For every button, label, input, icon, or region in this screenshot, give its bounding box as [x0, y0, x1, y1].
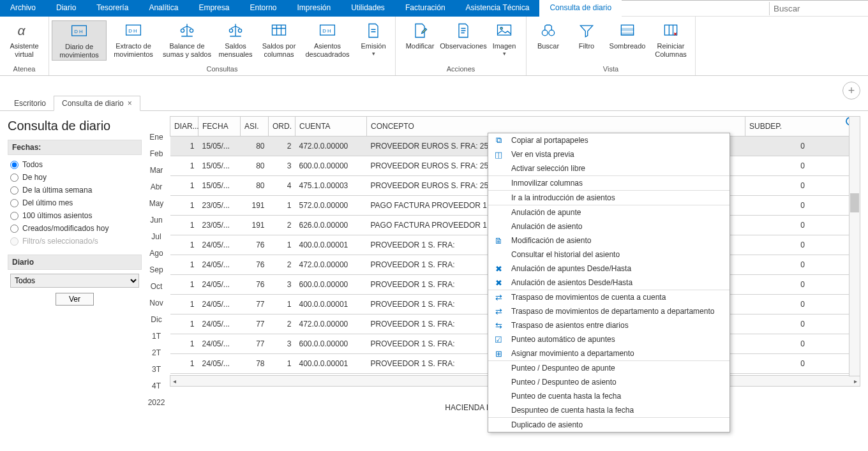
menu-tesorería[interactable]: Tesorería [86, 0, 138, 17]
note-icon [454, 22, 472, 40]
ribbon-reiniciar-columnas[interactable]: Reiniciar Columnas [649, 20, 692, 59]
alpha-icon: α [15, 22, 33, 40]
month-ene[interactable]: Ene [149, 133, 163, 142]
ctx-copiar-al-portapapeles[interactable]: ⧉Copiar al portapapeles [488, 133, 730, 147]
vertical-scrollbar[interactable] [849, 116, 860, 376]
svg-point-13 [500, 27, 503, 30]
ctx-traspaso-de-asientos-entre-diarios[interactable]: ⇆Traspaso de asientos entre diarios [488, 318, 730, 332]
ribbon-emisión[interactable]: Emisión▾ [354, 20, 393, 58]
month-dic[interactable]: Dic [151, 315, 161, 324]
ribbon-group-consultas: Consultas [207, 64, 238, 75]
col-asi[interactable]: ASI. [241, 117, 269, 137]
ribbon-observaciones[interactable]: Observaciones [442, 20, 485, 52]
binoc-icon [539, 22, 557, 40]
menu-empresa[interactable]: Empresa [188, 0, 239, 17]
ribbon-extracto-de-movimientos[interactable]: D HExtracto de movimientos [107, 20, 160, 59]
col-subdep[interactable]: SUBDEP. [745, 117, 860, 137]
ctx-ir-a-la-introducci-n-de-asientos[interactable]: Ir a la introducción de asientos [488, 191, 730, 205]
swap-icon: ⇄ [493, 292, 504, 302]
month-may[interactable]: May [149, 199, 164, 208]
month-3t[interactable]: 3T [152, 365, 161, 374]
ribbon-saldos-por-columnas[interactable]: Saldos por columnas [257, 20, 301, 59]
ribbon-group-acciones: Acciones [447, 64, 475, 75]
col-diario[interactable]: DIAR... [170, 117, 198, 137]
ctx-despunteo-de-cuenta-hasta-la-fecha[interactable]: Despunteo de cuenta hasta la fecha [488, 403, 730, 417]
add-tab-button[interactable]: + [842, 82, 860, 100]
month-2t[interactable]: 2T [152, 348, 161, 357]
ctx-modificaci-n-de-asiento[interactable]: 🗎Modificación de asiento [488, 233, 730, 248]
ctx-duplicado-de-asiento[interactable]: Duplicado de asiento [488, 418, 730, 432]
month-feb[interactable]: Feb [150, 149, 163, 158]
month-ago[interactable]: Ago [149, 249, 163, 258]
page-title: Consulta de diario [8, 119, 142, 133]
month-abr[interactable]: Abr [151, 182, 163, 191]
svg-text:D H: D H [322, 28, 331, 34]
month-jul[interactable]: Jul [151, 232, 161, 241]
col-cuenta[interactable]: CUENTA [296, 117, 367, 137]
col-ord[interactable]: ORD. [269, 117, 296, 137]
filter-de-hoy[interactable]: De hoy [10, 173, 139, 182]
month-4t[interactable]: 4T [152, 381, 161, 390]
ribbon-buscar[interactable]: Buscar [529, 20, 567, 52]
filter-100-ltimos-asientos[interactable]: 100 últimos asientos [10, 211, 139, 220]
ctx-punteo-de-cuenta-hasta-la-fecha[interactable]: Punteo de cuenta hasta la fecha [488, 389, 730, 403]
ctx-consultar-el-historial-del-asiento[interactable]: Consultar el historial del asiento [488, 248, 730, 262]
ctx-punteo-autom-tico-de-apuntes[interactable]: ☑Punteo automático de apuntes [488, 332, 730, 346]
tab-escritorio[interactable]: Escritorio [6, 96, 54, 110]
funnel-icon [578, 22, 595, 40]
month-mar[interactable]: Mar [150, 166, 163, 175]
svg-text:α: α [18, 23, 26, 38]
month-nov[interactable]: Nov [149, 299, 163, 307]
ctx-anulaci-n-de-asientos-desde-hasta[interactable]: ✖Anulación de asientos Desde/Hasta [488, 276, 730, 290]
menu-asistencia-técnica[interactable]: Asistencia Técnica [456, 0, 540, 17]
ver-button[interactable]: Ver [56, 293, 94, 306]
menu-utilidades[interactable]: Utilidades [341, 0, 395, 17]
filter-del-ltimo-mes[interactable]: Del último mes [10, 198, 139, 207]
tab-close-icon[interactable]: × [128, 99, 132, 108]
pencil-icon [411, 22, 429, 40]
col-fecha[interactable]: FECHA [198, 117, 241, 137]
filter-creados-modificados-hoy[interactable]: Creados/modificados hoy [10, 224, 139, 233]
ribbon-filtro[interactable]: Filtro [567, 20, 606, 52]
tab-consulta-de-diario[interactable]: Consulta de diario× [54, 96, 140, 111]
ribbon-imagen[interactable]: Imagen▾ [485, 20, 523, 58]
ctx-inmovilizar-columnas[interactable]: Inmovilizar columnas [488, 176, 730, 190]
filter-de-la-ltima-semana[interactable]: De la última semana [10, 186, 139, 195]
ctx-anulaci-n-de-asiento[interactable]: Anulación de asiento [488, 219, 730, 233]
ribbon-asistente-virtual[interactable]: αAsistente virtual [3, 20, 46, 59]
preview-icon: ◫ [493, 149, 504, 159]
ribbon-sombreado[interactable]: Sombreado [606, 20, 649, 52]
ribbon-balance-de-sumas-y-saldos[interactable]: Balance de sumas y saldos [160, 20, 214, 59]
menu-entorno[interactable]: Entorno [239, 0, 287, 17]
ribbon-asientos-descuadrados[interactable]: D HAsientos descuadrados [301, 20, 354, 59]
month-2022[interactable]: 2022 [148, 398, 165, 407]
month-oct[interactable]: Oct [151, 282, 163, 291]
diario-select[interactable]: Todos [10, 274, 139, 288]
month-jun[interactable]: Jun [150, 216, 162, 225]
ctx-traspaso-de-movimientos-de-departamento-[interactable]: ⇄Traspaso de movimientos de departamento… [488, 304, 730, 318]
menu-facturación[interactable]: Facturación [395, 0, 456, 17]
filter-todos[interactable]: Todos [10, 160, 139, 169]
menu-analítica[interactable]: Analítica [138, 0, 188, 17]
search-input[interactable] [769, 2, 863, 15]
ctx-anulaci-n-de-apuntes-desde-hasta[interactable]: ✖Anulación de apuntes Desde/Hasta [488, 262, 730, 276]
month-1t[interactable]: 1T [152, 332, 161, 341]
ribbon-saldos-mensuales[interactable]: Saldos mensuales [214, 20, 257, 59]
ctx-ver-en-vista-previa[interactable]: ◫Ver en vista previa [488, 147, 730, 161]
ribbon-modificar[interactable]: Modificar [398, 20, 442, 52]
ctx-anulaci-n-de-apunte[interactable]: Anulación de apunte [488, 205, 730, 219]
ctx-activar-selecci-n-libre[interactable]: Activar selección libre [488, 161, 730, 175]
ctx-punteo-despunteo-de-asiento[interactable]: Punteo / Despunteo de asiento [488, 375, 730, 389]
menu-archivo[interactable]: Archivo [0, 0, 46, 17]
menu-diario[interactable]: Diario [46, 0, 86, 17]
ribbon-diario-de-movimientos[interactable]: D HDiario de movimientos [52, 20, 107, 61]
month-sep[interactable]: Sep [149, 265, 163, 274]
balance-icon [178, 22, 196, 40]
ctx-asignar-movimiento-a-departamento[interactable]: ⊞Asignar movimiento a departamento [488, 346, 730, 360]
menu-impresión[interactable]: Impresión [287, 0, 341, 17]
ctx-traspaso-de-movimientos-de-cuenta-a-cuen[interactable]: ⇄Traspaso de movimientos de cuenta a cue… [488, 290, 730, 304]
menu-consulta-de-diario[interactable]: Consulta de diario [539, 0, 622, 17]
fechas-header: Fechas: [8, 140, 142, 155]
del-range-icon: ✖ [493, 263, 504, 274]
ctx-punteo-despunteo-de-apunte[interactable]: Punteo / Despunteo de apunte [488, 361, 730, 375]
